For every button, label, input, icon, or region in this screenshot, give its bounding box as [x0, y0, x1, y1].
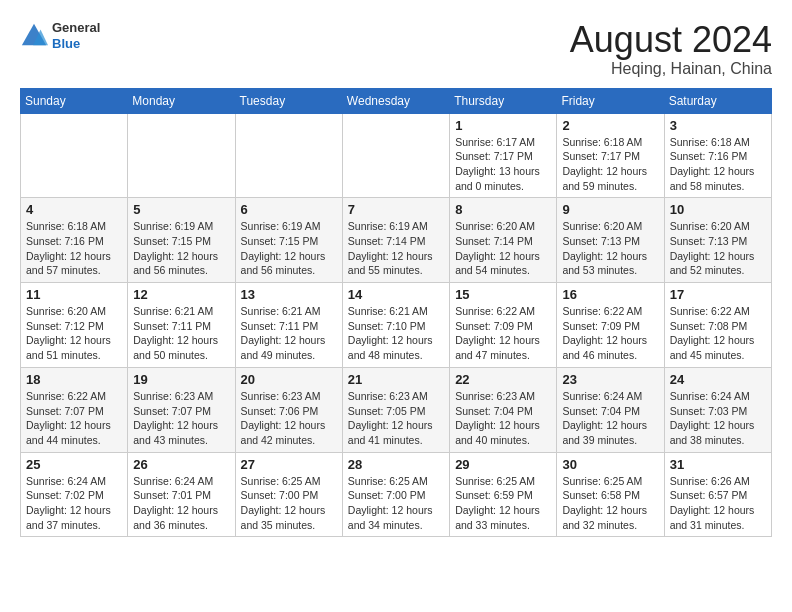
calendar-cell: 3Sunrise: 6:18 AMSunset: 7:16 PMDaylight…	[664, 113, 771, 198]
calendar-cell: 30Sunrise: 6:25 AMSunset: 6:58 PMDayligh…	[557, 452, 664, 537]
day-number: 9	[562, 202, 658, 217]
day-info: Sunrise: 6:24 AMSunset: 7:03 PMDaylight:…	[670, 389, 766, 448]
day-number: 10	[670, 202, 766, 217]
day-info: Sunrise: 6:21 AMSunset: 7:11 PMDaylight:…	[133, 304, 229, 363]
day-info: Sunrise: 6:20 AMSunset: 7:13 PMDaylight:…	[670, 219, 766, 278]
calendar-cell: 29Sunrise: 6:25 AMSunset: 6:59 PMDayligh…	[450, 452, 557, 537]
weekday-header: Saturday	[664, 88, 771, 113]
weekday-header-row: SundayMondayTuesdayWednesdayThursdayFrid…	[21, 88, 772, 113]
day-number: 13	[241, 287, 337, 302]
day-info: Sunrise: 6:18 AMSunset: 7:17 PMDaylight:…	[562, 135, 658, 194]
day-number: 14	[348, 287, 444, 302]
logo-blue: Blue	[52, 36, 100, 52]
weekday-header: Thursday	[450, 88, 557, 113]
calendar-cell: 6Sunrise: 6:19 AMSunset: 7:15 PMDaylight…	[235, 198, 342, 283]
calendar-cell: 5Sunrise: 6:19 AMSunset: 7:15 PMDaylight…	[128, 198, 235, 283]
day-info: Sunrise: 6:21 AMSunset: 7:10 PMDaylight:…	[348, 304, 444, 363]
calendar-cell: 18Sunrise: 6:22 AMSunset: 7:07 PMDayligh…	[21, 367, 128, 452]
calendar-cell: 20Sunrise: 6:23 AMSunset: 7:06 PMDayligh…	[235, 367, 342, 452]
location: Heqing, Hainan, China	[570, 60, 772, 78]
calendar-cell: 8Sunrise: 6:20 AMSunset: 7:14 PMDaylight…	[450, 198, 557, 283]
calendar-cell: 11Sunrise: 6:20 AMSunset: 7:12 PMDayligh…	[21, 283, 128, 368]
day-info: Sunrise: 6:24 AMSunset: 7:01 PMDaylight:…	[133, 474, 229, 533]
calendar-cell: 25Sunrise: 6:24 AMSunset: 7:02 PMDayligh…	[21, 452, 128, 537]
day-info: Sunrise: 6:25 AMSunset: 6:59 PMDaylight:…	[455, 474, 551, 533]
day-number: 31	[670, 457, 766, 472]
day-number: 28	[348, 457, 444, 472]
day-info: Sunrise: 6:19 AMSunset: 7:14 PMDaylight:…	[348, 219, 444, 278]
day-number: 11	[26, 287, 122, 302]
calendar-cell: 31Sunrise: 6:26 AMSunset: 6:57 PMDayligh…	[664, 452, 771, 537]
day-number: 27	[241, 457, 337, 472]
calendar-cell: 27Sunrise: 6:25 AMSunset: 7:00 PMDayligh…	[235, 452, 342, 537]
page-header: General Blue August 2024 Heqing, Hainan,…	[20, 20, 772, 78]
day-number: 25	[26, 457, 122, 472]
day-info: Sunrise: 6:22 AMSunset: 7:07 PMDaylight:…	[26, 389, 122, 448]
day-info: Sunrise: 6:24 AMSunset: 7:04 PMDaylight:…	[562, 389, 658, 448]
day-number: 15	[455, 287, 551, 302]
day-number: 1	[455, 118, 551, 133]
calendar-cell: 23Sunrise: 6:24 AMSunset: 7:04 PMDayligh…	[557, 367, 664, 452]
day-number: 23	[562, 372, 658, 387]
day-info: Sunrise: 6:22 AMSunset: 7:08 PMDaylight:…	[670, 304, 766, 363]
day-number: 24	[670, 372, 766, 387]
day-info: Sunrise: 6:19 AMSunset: 7:15 PMDaylight:…	[133, 219, 229, 278]
weekday-header: Sunday	[21, 88, 128, 113]
day-info: Sunrise: 6:25 AMSunset: 6:58 PMDaylight:…	[562, 474, 658, 533]
day-info: Sunrise: 6:20 AMSunset: 7:12 PMDaylight:…	[26, 304, 122, 363]
day-number: 4	[26, 202, 122, 217]
weekday-header: Monday	[128, 88, 235, 113]
day-number: 16	[562, 287, 658, 302]
day-number: 2	[562, 118, 658, 133]
day-number: 22	[455, 372, 551, 387]
day-number: 26	[133, 457, 229, 472]
calendar-cell: 13Sunrise: 6:21 AMSunset: 7:11 PMDayligh…	[235, 283, 342, 368]
day-info: Sunrise: 6:23 AMSunset: 7:05 PMDaylight:…	[348, 389, 444, 448]
day-number: 8	[455, 202, 551, 217]
day-number: 19	[133, 372, 229, 387]
weekday-header: Friday	[557, 88, 664, 113]
calendar-week-row: 11Sunrise: 6:20 AMSunset: 7:12 PMDayligh…	[21, 283, 772, 368]
calendar-cell: 15Sunrise: 6:22 AMSunset: 7:09 PMDayligh…	[450, 283, 557, 368]
calendar-week-row: 4Sunrise: 6:18 AMSunset: 7:16 PMDaylight…	[21, 198, 772, 283]
day-info: Sunrise: 6:23 AMSunset: 7:04 PMDaylight:…	[455, 389, 551, 448]
day-number: 12	[133, 287, 229, 302]
calendar-cell: 26Sunrise: 6:24 AMSunset: 7:01 PMDayligh…	[128, 452, 235, 537]
logo-icon	[20, 22, 48, 50]
calendar-week-row: 1Sunrise: 6:17 AMSunset: 7:17 PMDaylight…	[21, 113, 772, 198]
calendar-cell: 12Sunrise: 6:21 AMSunset: 7:11 PMDayligh…	[128, 283, 235, 368]
calendar-cell: 4Sunrise: 6:18 AMSunset: 7:16 PMDaylight…	[21, 198, 128, 283]
day-info: Sunrise: 6:19 AMSunset: 7:15 PMDaylight:…	[241, 219, 337, 278]
calendar-week-row: 25Sunrise: 6:24 AMSunset: 7:02 PMDayligh…	[21, 452, 772, 537]
calendar-cell	[128, 113, 235, 198]
day-info: Sunrise: 6:18 AMSunset: 7:16 PMDaylight:…	[670, 135, 766, 194]
calendar-cell: 2Sunrise: 6:18 AMSunset: 7:17 PMDaylight…	[557, 113, 664, 198]
calendar-cell: 17Sunrise: 6:22 AMSunset: 7:08 PMDayligh…	[664, 283, 771, 368]
day-number: 17	[670, 287, 766, 302]
calendar-cell: 1Sunrise: 6:17 AMSunset: 7:17 PMDaylight…	[450, 113, 557, 198]
calendar-cell: 21Sunrise: 6:23 AMSunset: 7:05 PMDayligh…	[342, 367, 449, 452]
calendar-cell: 22Sunrise: 6:23 AMSunset: 7:04 PMDayligh…	[450, 367, 557, 452]
weekday-header: Tuesday	[235, 88, 342, 113]
day-info: Sunrise: 6:23 AMSunset: 7:06 PMDaylight:…	[241, 389, 337, 448]
calendar-cell	[21, 113, 128, 198]
day-number: 5	[133, 202, 229, 217]
calendar-cell: 14Sunrise: 6:21 AMSunset: 7:10 PMDayligh…	[342, 283, 449, 368]
calendar-cell	[235, 113, 342, 198]
day-info: Sunrise: 6:22 AMSunset: 7:09 PMDaylight:…	[455, 304, 551, 363]
day-info: Sunrise: 6:17 AMSunset: 7:17 PMDaylight:…	[455, 135, 551, 194]
day-info: Sunrise: 6:24 AMSunset: 7:02 PMDaylight:…	[26, 474, 122, 533]
calendar-cell: 19Sunrise: 6:23 AMSunset: 7:07 PMDayligh…	[128, 367, 235, 452]
day-info: Sunrise: 6:20 AMSunset: 7:14 PMDaylight:…	[455, 219, 551, 278]
day-number: 3	[670, 118, 766, 133]
logo-text: General Blue	[52, 20, 100, 51]
day-info: Sunrise: 6:23 AMSunset: 7:07 PMDaylight:…	[133, 389, 229, 448]
day-number: 29	[455, 457, 551, 472]
day-number: 18	[26, 372, 122, 387]
day-number: 30	[562, 457, 658, 472]
logo: General Blue	[20, 20, 100, 51]
weekday-header: Wednesday	[342, 88, 449, 113]
day-number: 7	[348, 202, 444, 217]
day-info: Sunrise: 6:22 AMSunset: 7:09 PMDaylight:…	[562, 304, 658, 363]
day-info: Sunrise: 6:21 AMSunset: 7:11 PMDaylight:…	[241, 304, 337, 363]
